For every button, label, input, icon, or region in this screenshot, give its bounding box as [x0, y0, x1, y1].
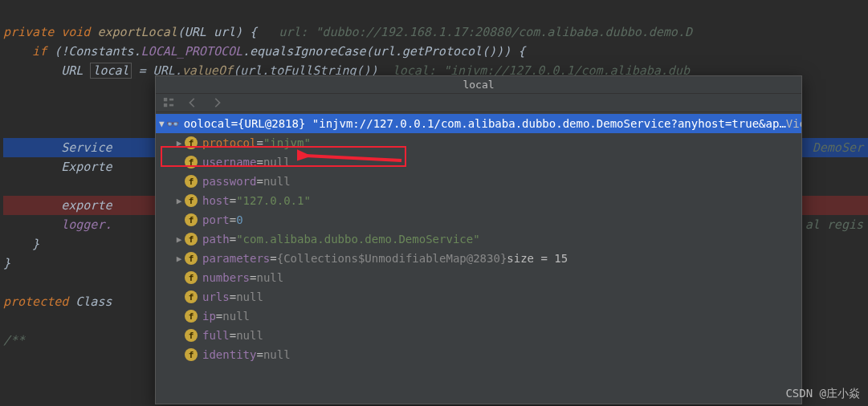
expand-icon[interactable]: ▶ [173, 234, 185, 245]
expand-icon[interactable]: ▶ [173, 196, 185, 206]
tree-row[interactable]: fip = null [156, 307, 801, 326]
field-value: null [236, 290, 263, 303]
field-name: protocol [202, 136, 256, 149]
tree-row[interactable]: fpassword = null [156, 172, 801, 191]
tree-row[interactable]: ▶fhost = "127.0.0.1" [156, 191, 801, 210]
tree-row[interactable]: ffull = null [156, 326, 801, 345]
field-icon: f [185, 175, 198, 188]
popup-toolbar [156, 94, 801, 112]
field-icon: f [185, 213, 198, 226]
field-value: null [263, 156, 291, 168]
field-name: parameters [202, 252, 270, 265]
field-icon: f [185, 233, 198, 246]
field-value: null [263, 348, 291, 361]
field-name: identity [202, 348, 256, 361]
tree-row[interactable]: fnumbers = null [156, 268, 801, 287]
field-name: urls [202, 290, 230, 303]
field-icon: f [185, 252, 198, 265]
tree-row[interactable]: ▶fparameters = {Collections$Unmodifiable… [156, 249, 801, 268]
popup-title: local [156, 76, 801, 94]
field-value: "com.alibaba.dubbo.demo.DemoService" [236, 233, 479, 246]
forward-icon[interactable] [210, 97, 223, 108]
tree-row[interactable]: ▶fpath = "com.alibaba.dubbo.demo.DemoSer… [156, 229, 801, 249]
view-link[interactable]: View [786, 117, 801, 130]
field-icon: f [185, 348, 198, 361]
tree-row[interactable]: ▶fprotocol = "injvm" [156, 133, 801, 152]
field-name: host [202, 194, 230, 207]
field-icon: f [185, 310, 198, 323]
tree-root[interactable]: ▼ 👓 oo local = {URL@2818} "injvm://127.0… [156, 114, 801, 133]
debug-popup: local ▼ 👓 oo local = {URL@2818} "injvm:/… [155, 75, 802, 404]
field-value: 0 [236, 213, 242, 226]
field-name: path [202, 233, 230, 246]
field-value: null [256, 271, 283, 284]
expand-icon[interactable]: ▶ [173, 138, 185, 148]
field-value: "injvm" [263, 136, 311, 149]
field-value: null [263, 175, 291, 188]
expand-icon[interactable]: ▶ [173, 254, 185, 264]
field-value: {Collections$UnmodifiableMap@2830} [277, 252, 507, 265]
tree-row[interactable]: fidentity = null [156, 345, 801, 364]
tree-row[interactable]: furls = null [156, 287, 801, 307]
field-icon: f [185, 194, 198, 207]
field-name: ip [202, 310, 216, 323]
field-value: null [222, 310, 250, 323]
tree-row[interactable]: fport = 0 [156, 210, 801, 229]
svg-rect-3 [169, 104, 173, 107]
svg-rect-1 [169, 99, 173, 101]
field-name: username [202, 156, 256, 168]
watch-icon: 👓 [166, 118, 179, 130]
field-icon: f [185, 290, 198, 303]
field-name: password [202, 175, 256, 188]
field-value: "127.0.0.1" [236, 194, 311, 207]
watermark: CSDN @庄小焱 [785, 387, 860, 401]
svg-rect-0 [164, 98, 167, 101]
svg-rect-2 [164, 104, 167, 107]
variable-tree[interactable]: ▼ 👓 oo local = {URL@2818} "injvm://127.0… [156, 112, 801, 366]
field-icon: f [185, 136, 198, 149]
field-name: full [202, 329, 230, 342]
field-icon: f [185, 329, 198, 342]
field-icon: f [185, 156, 198, 168]
expand-icon[interactable]: ▼ [159, 119, 165, 129]
tree-icon[interactable] [162, 97, 175, 108]
back-icon[interactable] [186, 97, 199, 108]
field-icon: f [185, 271, 198, 284]
field-name: port [202, 213, 230, 226]
field-value: null [236, 329, 263, 342]
field-name: numbers [202, 271, 250, 284]
tree-row[interactable]: fusername = null [156, 152, 801, 172]
